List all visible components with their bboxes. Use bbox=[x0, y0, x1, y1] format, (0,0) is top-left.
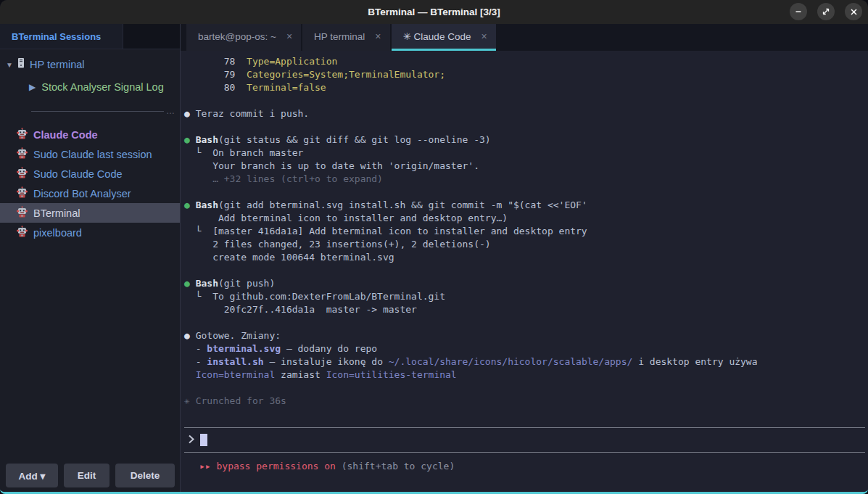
terminal-panel: bartek@pop-os: ~ × HP terminal × ✳ Claud… bbox=[181, 24, 868, 492]
terminal-line: Add bterminal icon to installer and desk… bbox=[184, 212, 865, 225]
window-title: BTerminal — BTerminal [3/3] bbox=[368, 7, 500, 17]
terminal-line bbox=[184, 382, 865, 395]
delete-button[interactable]: Delete bbox=[115, 464, 175, 487]
close-icon bbox=[850, 8, 858, 16]
edit-button[interactable]: Edit bbox=[64, 464, 109, 487]
sidebar-header-strip: BTerminal Sessions bbox=[0, 24, 180, 49]
terminal-line: └ On branch master bbox=[184, 147, 865, 160]
terminal-input[interactable] bbox=[184, 427, 865, 453]
computer-icon bbox=[17, 57, 25, 72]
tab-close-icon[interactable]: × bbox=[286, 30, 292, 42]
sidebar-header-label: BTerminal Sessions bbox=[12, 31, 101, 42]
session-item-discord-bot[interactable]: Discord Bot Analyser bbox=[0, 184, 180, 203]
terminal-view[interactable]: 78 Type=Application 79 Categories=System… bbox=[181, 51, 868, 492]
maximize-button[interactable] bbox=[817, 3, 835, 20]
terminal-line: create mode 100644 bterminal.svg bbox=[184, 251, 865, 264]
robot-icon bbox=[17, 226, 28, 240]
permissions-status: ▸▸ bypass permissions on (shift+tab to c… bbox=[184, 460, 865, 473]
session-label: Discord Bot Analyser bbox=[33, 188, 131, 199]
terminal-line: Icon=bterminal zamiast Icon=utilities-te… bbox=[184, 369, 865, 382]
tree-child-label: Stock Analyser Signal Log bbox=[41, 81, 163, 93]
session-tree: ▼ HP terminal ▶ Stock Analyser Signal Lo… bbox=[0, 49, 180, 122]
tab-close-icon[interactable]: × bbox=[375, 30, 381, 42]
tab-label: ✳ Claude Code bbox=[403, 30, 471, 42]
prompt-icon bbox=[188, 434, 195, 447]
terminal-line: 79 Categories=System;TerminalEmulator; bbox=[184, 68, 865, 81]
status-text-red: bypass permissions on bbox=[216, 461, 335, 472]
terminal-line: Your branch is up to date with 'origin/m… bbox=[184, 160, 865, 173]
session-label: Claude Code bbox=[33, 129, 98, 141]
terminal-line: ● Teraz commit i push. bbox=[184, 107, 865, 120]
session-label: pixelboard bbox=[33, 227, 82, 239]
tab-label: bartek@pop-os: ~ bbox=[198, 31, 276, 42]
session-item-sudo-claude-last[interactable]: Sudo Claude last session bbox=[0, 144, 180, 164]
minimize-icon bbox=[794, 7, 803, 16]
sidebar-buttons: Add ▾ Edit Delete bbox=[6, 464, 175, 487]
fast-forward-icon: ▸▸ bbox=[199, 461, 216, 472]
tree-item-hp-terminal[interactable]: ▼ HP terminal bbox=[0, 55, 180, 74]
session-label: Sudo Claude Code bbox=[33, 168, 123, 180]
terminal-output: 78 Type=Application 79 Categories=System… bbox=[184, 55, 865, 408]
terminal-line bbox=[184, 94, 865, 107]
terminal-line: … +32 lines (ctrl+o to expand) bbox=[184, 173, 865, 186]
terminal-line: 78 Type=Application bbox=[184, 55, 865, 68]
session-list: Claude Code Sudo Claude last session Sud… bbox=[0, 125, 180, 242]
sessions-sidebar: BTerminal Sessions ▼ HP terminal bbox=[0, 24, 181, 492]
play-icon: ▶ bbox=[29, 82, 36, 92]
text-cursor bbox=[200, 434, 207, 446]
terminal-line bbox=[184, 264, 865, 277]
terminal-line: - bterminal.svg — dodany do repo bbox=[184, 342, 865, 355]
chevron-down-icon[interactable]: ▼ bbox=[4, 61, 15, 69]
close-button[interactable] bbox=[845, 3, 862, 20]
robot-icon bbox=[17, 147, 28, 162]
session-label: Sudo Claude last session bbox=[33, 149, 152, 160]
tab-claude-code[interactable]: ✳ Claude Code × bbox=[392, 24, 496, 51]
terminal-line bbox=[184, 120, 865, 133]
terminal-line: 2 files changed, 23 insertions(+), 2 del… bbox=[184, 238, 865, 251]
tree-item-label: HP terminal bbox=[30, 59, 84, 70]
title-bar: BTerminal — BTerminal [3/3] bbox=[0, 0, 868, 24]
status-text-gray: (shift+tab to cycle) bbox=[336, 461, 455, 472]
terminal-line: 80 Terminal=false bbox=[184, 81, 865, 94]
robot-icon bbox=[17, 128, 28, 142]
terminal-line: ● Bash(git status && git diff && git log… bbox=[184, 133, 865, 147]
terminal-line bbox=[184, 186, 865, 199]
terminal-line: ✳ Crunched for 36s bbox=[184, 395, 865, 408]
terminal-line: ● Bash(git add bterminal.svg install.sh … bbox=[184, 199, 865, 212]
robot-icon bbox=[17, 186, 28, 201]
terminal-line: ● Gotowe. Zmiany: bbox=[184, 329, 865, 342]
tab-bar: bartek@pop-os: ~ × HP terminal × ✳ Claud… bbox=[181, 24, 868, 51]
terminal-line: 20fc27f..416da1a master -> master bbox=[184, 303, 865, 316]
terminal-line: └ [master 416da1a] Add bterminal icon to… bbox=[184, 225, 865, 238]
tab-close-icon[interactable]: × bbox=[481, 30, 487, 42]
session-item-sudo-claude-code[interactable]: Sudo Claude Code bbox=[0, 164, 180, 184]
bterminal-window: BTerminal — BTerminal [3/3] bbox=[0, 0, 868, 494]
sidebar-header-tab[interactable]: BTerminal Sessions bbox=[0, 24, 123, 49]
robot-icon bbox=[17, 206, 28, 221]
tab-bartek-pop-os[interactable]: bartek@pop-os: ~ × bbox=[186, 24, 301, 51]
session-item-claude-code[interactable]: Claude Code bbox=[0, 125, 180, 144]
session-item-bterminal[interactable]: BTerminal bbox=[0, 203, 180, 223]
maximize-icon bbox=[822, 7, 830, 16]
minimize-button[interactable] bbox=[790, 3, 807, 20]
tab-hp-terminal[interactable]: HP terminal × bbox=[302, 24, 389, 51]
tab-label: HP terminal bbox=[314, 31, 365, 42]
sidebar-divider: … bbox=[31, 106, 175, 116]
session-item-pixelboard[interactable]: pixelboard bbox=[0, 223, 180, 242]
robot-icon bbox=[17, 167, 28, 181]
terminal-line: └ To github.com:DexterFromLab/BTerminal.… bbox=[184, 290, 865, 303]
terminal-line bbox=[184, 316, 865, 329]
divider-line bbox=[31, 111, 164, 112]
terminal-line: - install.sh — instaluje ikonę do ~/.loc… bbox=[184, 355, 865, 369]
add-button[interactable]: Add ▾ bbox=[6, 464, 58, 487]
session-label: BTerminal bbox=[33, 207, 80, 219]
ellipsis-icon: … bbox=[166, 106, 175, 116]
window-controls bbox=[790, 3, 862, 20]
tree-item-stock-analyser[interactable]: ▶ Stock Analyser Signal Log bbox=[0, 77, 180, 97]
terminal-line: ● Bash(git push) bbox=[184, 277, 865, 290]
